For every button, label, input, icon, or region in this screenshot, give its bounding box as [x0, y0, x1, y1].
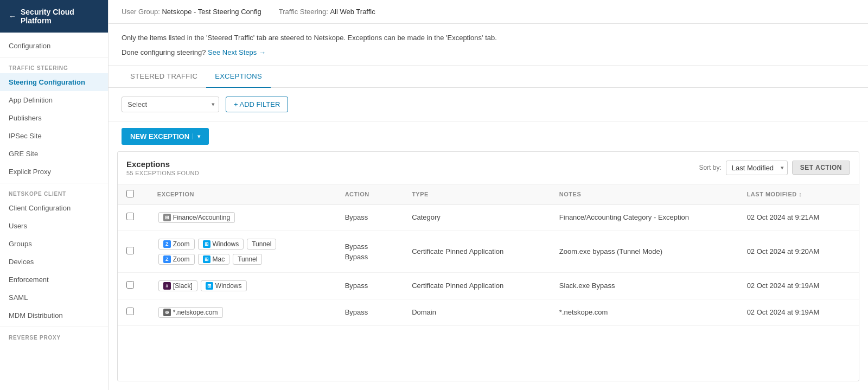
exceptions-panel-header: Exceptions 55 EXCEPTIONS FOUND Sort by: …	[118, 152, 859, 184]
modified-cell: 02 Oct 2024 at 9:21AM	[738, 204, 859, 231]
col-header-exception: EXCEPTION	[149, 184, 336, 204]
app-tag: # [Slack]	[158, 280, 197, 291]
sidebar-item-client-config[interactable]: Client Configuration	[0, 199, 108, 217]
sidebar-item-mdm[interactable]: MDM Distribution	[0, 306, 108, 324]
exceptions-table: EXCEPTION ACTION TYPE NOTES LAST MODIFIE…	[118, 184, 859, 326]
category-icon: ⊞	[163, 214, 171, 221]
table-row: ⊕ *.netskope.com Bypass Domain *.netskop…	[118, 299, 859, 325]
tab-steered-traffic[interactable]: STEERED TRAFFIC	[122, 66, 206, 88]
see-next-steps-link[interactable]: See Next Steps →	[208, 48, 266, 56]
sidebar-item-publishers[interactable]: Publishers	[0, 109, 108, 127]
modified-cell: 02 Oct 2024 at 9:19AM	[738, 272, 859, 299]
notes-cell: *.netskope.com	[551, 299, 738, 325]
sidebar-item-explicit-proxy[interactable]: Explicit Proxy	[0, 163, 108, 181]
app-tag: ⊞ Mac	[198, 254, 230, 265]
tab-bar: STEERED TRAFFIC EXCEPTIONS	[108, 66, 868, 88]
sidebar-item-users[interactable]: Users	[0, 217, 108, 235]
app-tag: ⊕ *.netskope.com	[158, 307, 223, 318]
table-row: ⊞ Finance/Accounting Bypass Category Fin…	[118, 204, 859, 231]
exception-tags: # [Slack] ⊞ Windows	[157, 279, 328, 292]
mac-icon: ⊞	[203, 255, 210, 263]
sort-controls: Sort by: Last Modified SET ACTION	[699, 161, 850, 175]
row-checkbox[interactable]	[126, 308, 134, 315]
zoom-icon: Z	[163, 255, 171, 263]
app-title: Security Cloud Platform	[21, 8, 99, 25]
exception-tags: ⊞ Finance/Accounting	[157, 211, 328, 224]
row-checkbox[interactable]	[126, 281, 134, 289]
app-tag: Tunnel	[233, 254, 262, 265]
new-exception-button[interactable]: NEW EXCEPTION ▾	[122, 128, 209, 145]
info-area: Only the items listed in the 'Steered Tr…	[108, 24, 868, 66]
type-cell: Category	[403, 204, 551, 231]
type-cell: Certificate Pinned Application	[403, 272, 551, 299]
sidebar: ← Security Cloud Platform Configuration …	[0, 0, 108, 390]
sort-label: Sort by:	[699, 164, 721, 171]
add-filter-button[interactable]: + ADD FILTER	[226, 97, 288, 112]
sidebar-item-ipsec[interactable]: IPSec Site	[0, 127, 108, 145]
windows-icon: ⊞	[206, 282, 213, 290]
notes-cell: Zoom.exe bypass (Tunnel Mode)	[551, 231, 738, 272]
sidebar-item-steering-config[interactable]: Steering Configuration	[0, 73, 108, 91]
col-header-action: ACTION	[336, 184, 404, 204]
action-cell: Bypass	[336, 204, 404, 231]
sidebar-item-devices[interactable]: Devices	[0, 253, 108, 271]
app-tag: ⊞ Finance/Accounting	[158, 212, 235, 223]
sidebar-item-saml[interactable]: SAML	[0, 289, 108, 306]
notes-cell: Finance/Accounting Category - Exception	[551, 204, 738, 231]
sidebar-item-app-definition[interactable]: App Definition	[0, 91, 108, 109]
app-tag: ⊞ Windows	[201, 280, 247, 291]
modified-cell: 02 Oct 2024 at 9:20AM	[738, 231, 859, 272]
sort-select-wrapper: Last Modified	[726, 161, 788, 175]
exception-tags: ⊕ *.netskope.com	[157, 306, 328, 319]
action-cell: Bypass	[336, 272, 404, 299]
slack-icon: #	[163, 282, 171, 290]
zoom-icon: Z	[163, 240, 171, 248]
sidebar-section-netskope-client: NETSKOPE CLIENT	[0, 186, 108, 199]
tab-exceptions[interactable]: EXCEPTIONS	[206, 66, 271, 88]
sidebar-section-traffic-steering: TRAFFIC STEERING	[0, 60, 108, 73]
done-configuring-text: Done configuring steering?	[122, 48, 206, 56]
exceptions-title: Exceptions	[126, 159, 199, 169]
exception-type-select[interactable]: Select	[122, 97, 219, 112]
modified-cell: 02 Oct 2024 at 9:19AM	[738, 299, 859, 325]
sidebar-item-enforcement[interactable]: Enforcement	[0, 271, 108, 289]
row-checkbox[interactable]	[126, 213, 134, 220]
sidebar-header[interactable]: ← Security Cloud Platform	[0, 0, 108, 33]
action-bar: NEW EXCEPTION ▾	[108, 122, 868, 151]
windows-icon: ⊞	[203, 240, 210, 248]
app-tag: Z Zoom	[158, 254, 195, 265]
exceptions-panel: Exceptions 55 EXCEPTIONS FOUND Sort by: …	[117, 151, 859, 381]
type-cell: Certificate Pinned Application	[403, 231, 551, 272]
user-group-info: User Group: Netskope - Test Steering Con…	[122, 8, 261, 16]
row-checkbox[interactable]	[126, 247, 134, 254]
domain-icon: ⊕	[163, 309, 171, 316]
top-bar: User Group: Netskope - Test Steering Con…	[108, 0, 868, 24]
back-arrow-icon[interactable]: ←	[9, 12, 16, 21]
app-tag: ⊞ Windows	[198, 239, 244, 250]
traffic-steering-info: Traffic Steering: All Web Traffic	[279, 8, 375, 16]
exceptions-count: 55 EXCEPTIONS FOUND	[126, 170, 199, 176]
exception-type-wrapper: Select	[122, 97, 219, 112]
col-header-notes: NOTES	[551, 184, 738, 204]
notes-cell: Slack.exe Bypass	[551, 272, 738, 299]
sidebar-item-gre[interactable]: GRE Site	[0, 145, 108, 163]
set-action-button[interactable]: SET ACTION	[792, 161, 850, 175]
type-cell: Domain	[403, 299, 551, 325]
app-tag: Z Zoom	[158, 239, 195, 250]
action-cell: Bypass	[336, 299, 404, 325]
table-row: Z Zoom ⊞ Windows Tunnel	[118, 231, 859, 272]
select-all-checkbox[interactable]	[126, 190, 134, 197]
col-header-type: TYPE	[403, 184, 551, 204]
table-row: # [Slack] ⊞ Windows Bypass Certificate P…	[118, 272, 859, 299]
sidebar-item-groups[interactable]: Groups	[0, 235, 108, 253]
col-header-modified: LAST MODIFIED ↕	[738, 184, 859, 204]
exception-tags-multi: Z Zoom ⊞ Windows Tunnel	[157, 238, 328, 266]
sort-select[interactable]: Last Modified	[726, 161, 788, 175]
action-cell: Bypass Bypass	[336, 231, 404, 272]
main-content: User Group: Netskope - Test Steering Con…	[108, 0, 868, 390]
new-exception-dropdown-arrow[interactable]: ▾	[193, 133, 200, 139]
info-text: Only the items listed in the 'Steered Tr…	[122, 33, 855, 44]
sidebar-section-reverse-proxy: REVERSE PROXY	[0, 329, 108, 343]
app-tag: Tunnel	[247, 239, 276, 250]
sidebar-item-configuration[interactable]: Configuration	[0, 37, 108, 55]
